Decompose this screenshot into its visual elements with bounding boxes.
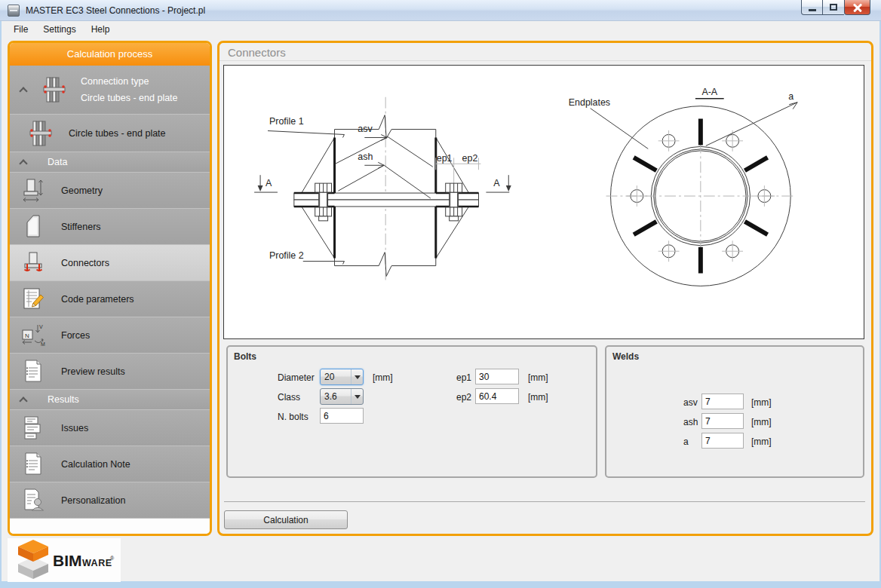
- bolts-title: Bolts: [234, 351, 256, 362]
- endplates-label: Endplates: [569, 97, 610, 108]
- n-bolts-label: N. bolts: [278, 412, 309, 422]
- menubar: File Settings Help: [2, 21, 879, 38]
- close-icon: [852, 3, 863, 12]
- application-window: { "window": { "title": "MASTER EC3 Steel…: [0, 0, 881, 588]
- diameter-select[interactable]: 20: [320, 369, 364, 385]
- class-select[interactable]: 3.6: [320, 388, 364, 405]
- sidebar-item-label: Stiffeners: [61, 222, 101, 232]
- class-label: Class: [278, 392, 300, 403]
- bimware-logo: BIM WARE ®: [8, 538, 121, 582]
- ep2-unit: [mm]: [528, 392, 548, 403]
- ep1-label: ep1: [456, 372, 471, 383]
- ash-weld-label: ash: [683, 417, 698, 427]
- asv-label: asv: [358, 124, 373, 134]
- sidebar-item-label: Circle tubes - end plate: [69, 128, 166, 139]
- connector-bolts-icon: [20, 250, 49, 277]
- sidebar-section-data[interactable]: Data: [10, 152, 210, 172]
- app-icon: [8, 5, 20, 17]
- welds-title: Welds: [612, 351, 639, 362]
- sidebar-item-label: Connectors: [61, 258, 109, 268]
- tube-connection-icon: [40, 76, 69, 103]
- sidebar-item-calculation-note[interactable]: Calculation Note: [10, 446, 210, 482]
- asv-weld-label: asv: [683, 397, 698, 408]
- ash-weld-unit: [mm]: [751, 417, 772, 427]
- sidebar-item-connection-type[interactable]: Connection type Circle tubes - end plate: [10, 66, 210, 114]
- person-document-icon: [20, 487, 49, 514]
- svg-text:BIM: BIM: [53, 552, 82, 569]
- maximize-button[interactable]: [823, 0, 844, 15]
- code-parameters-icon: [20, 286, 49, 313]
- minimize-button[interactable]: [801, 0, 823, 15]
- connection-type-subtitle: Circle tubes - end plate: [81, 93, 178, 103]
- weld-a-label: a: [788, 91, 794, 102]
- section-label: Results: [48, 394, 79, 405]
- svg-text:®: ®: [110, 556, 115, 561]
- svg-text:A: A: [266, 178, 272, 188]
- chevron-up-icon: [19, 87, 27, 95]
- sidebar-item-preview-results[interactable]: Preview results: [10, 353, 210, 389]
- section-label: Data: [48, 157, 67, 167]
- ep1-input[interactable]: [475, 369, 519, 384]
- tube-connection-icon: [26, 120, 55, 147]
- document-icon: [20, 358, 49, 385]
- a-weld-unit: [mm]: [751, 436, 772, 447]
- ep1-label: ep1: [437, 153, 453, 164]
- menu-settings[interactable]: Settings: [35, 22, 83, 37]
- sidebar-item-label: Personalization: [61, 495, 125, 506]
- sidebar-item-geometry[interactable]: Geometry: [10, 172, 210, 208]
- sidebar-item-label: Geometry: [61, 185, 103, 196]
- maximize-icon: [830, 4, 837, 11]
- close-button[interactable]: [844, 0, 870, 15]
- diameter-unit: [mm]: [373, 372, 393, 383]
- sidebar-item-code-parameters[interactable]: Code parameters: [10, 280, 210, 317]
- asv-weld-input[interactable]: [701, 394, 744, 409]
- sidebar-item-stiffeners[interactable]: Stiffeners: [10, 208, 210, 244]
- connection-type-title: Connection type: [81, 76, 149, 87]
- sidebar-header: Calculation process: [10, 43, 210, 66]
- diameter-label: Diameter: [278, 372, 315, 383]
- calculation-button[interactable]: Calculation: [224, 510, 348, 529]
- profile1-label: Profile 1: [269, 116, 304, 127]
- svg-text:V: V: [39, 324, 43, 329]
- a-weld-label: a: [683, 436, 689, 447]
- svg-text:A: A: [493, 178, 500, 188]
- svg-text:WARE: WARE: [82, 558, 112, 568]
- n-bolts-input[interactable]: [320, 408, 364, 424]
- sidebar-item-connectors[interactable]: Connectors: [10, 244, 210, 280]
- asv-weld-unit: [mm]: [751, 397, 772, 408]
- logo-cubes: [18, 540, 48, 579]
- sidebar-calculation-process: Calculation process Connection type Circ…: [8, 41, 212, 536]
- welds-groupbox: Welds asv [mm] ash [mm] a [mm]: [605, 345, 864, 478]
- menu-help[interactable]: Help: [84, 22, 118, 37]
- chevron-up-icon: [19, 397, 27, 405]
- titlebar[interactable]: MASTER EC3 Steel Connections - Project.p…: [0, 0, 881, 21]
- sidebar-item-forces[interactable]: N V M Forces: [10, 317, 210, 353]
- technical-drawing-svg: A A Profile 1 Profile 2 asv ash ep1 ep2: [224, 66, 864, 338]
- svg-text:M: M: [41, 341, 45, 347]
- ep2-label: ep2: [456, 392, 471, 403]
- chevron-down-icon: [355, 395, 361, 399]
- sidebar-item-circle-tubes[interactable]: Circle tubes - end plate: [10, 114, 210, 152]
- page-title: Connectors: [228, 46, 286, 59]
- sidebar-item-label: Issues: [61, 423, 88, 433]
- forces-icon: N V M: [20, 322, 49, 349]
- section-marker-right: A: [486, 175, 511, 192]
- geometry-icon: [20, 177, 49, 204]
- chevron-up-icon: [19, 159, 27, 167]
- a-weld-input[interactable]: [701, 433, 744, 449]
- sidebar-item-label: Code parameters: [61, 294, 134, 305]
- sidebar-section-results[interactable]: Results: [10, 389, 210, 409]
- menu-file[interactable]: File: [6, 22, 35, 37]
- sidebar-item-label: Calculation Note: [61, 459, 130, 470]
- connectors-panel: Connectors: [217, 41, 873, 536]
- ash-weld-input[interactable]: [701, 413, 744, 429]
- section-marker-left: A: [254, 175, 278, 192]
- sidebar-item-issues[interactable]: Issues: [10, 409, 210, 446]
- bolts-groupbox: Bolts Diameter 20 [mm] Class 3.6 N. bolt…: [226, 345, 597, 478]
- sidebar-item-personalization[interactable]: Personalization: [10, 482, 210, 518]
- bottom-separator: [224, 501, 865, 502]
- ep2-input[interactable]: [475, 388, 519, 404]
- profile2-label: Profile 2: [269, 250, 304, 261]
- stacked-documents-icon: [20, 415, 49, 442]
- ash-label: ash: [358, 152, 373, 162]
